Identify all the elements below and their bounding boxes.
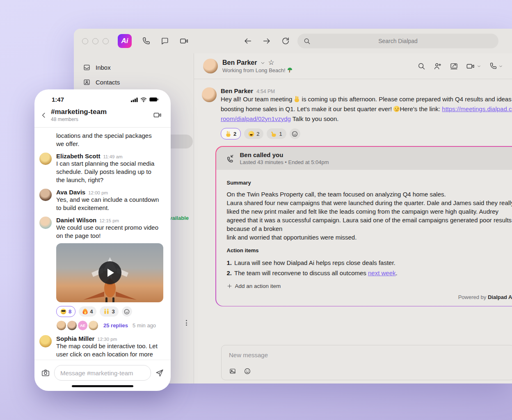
add-person-icon[interactable] bbox=[433, 62, 442, 71]
message-text-line: user click on each location for more bbox=[56, 350, 158, 358]
meeting-link[interactable]: https://meetings.dialpad.com/ bbox=[442, 105, 512, 112]
message-text-line: the launch, right? bbox=[56, 176, 154, 184]
dialpad-ai-logo: Ai bbox=[118, 34, 132, 48]
phone-status-bar: 1:47 bbox=[34, 89, 171, 105]
call-card-header[interactable]: Ben called you Lasted 43 minutes • Ended… bbox=[216, 147, 512, 170]
reaction-row: 8 4 3 bbox=[56, 306, 163, 317]
user-status-text: Working from Long Beach! bbox=[222, 67, 286, 73]
window-controls[interactable] bbox=[82, 38, 109, 44]
replies-time: 5 min ago bbox=[133, 322, 156, 329]
camera-icon[interactable] bbox=[41, 368, 50, 377]
inbox-icon bbox=[83, 64, 91, 71]
call-card-title: Ben called you bbox=[240, 151, 329, 158]
reaction-count: 8 bbox=[69, 308, 71, 315]
emoji-picker-icon[interactable] bbox=[244, 368, 251, 375]
reaction-count: 2 bbox=[233, 131, 236, 137]
reaction-laughing-face[interactable]: 2 bbox=[244, 128, 263, 139]
meetings-tab-icon[interactable] bbox=[179, 37, 189, 46]
global-search-bar[interactable]: Search Dialpad bbox=[297, 34, 498, 48]
search-placeholder: Search Dialpad bbox=[297, 38, 498, 44]
meeting-link[interactable]: room/dialpad/02yn1vzydg bbox=[221, 115, 291, 122]
message-elizabeth-scott: Elizabeth Scott11:49 am I can start plan… bbox=[39, 153, 163, 184]
message-input[interactable] bbox=[54, 365, 151, 381]
attach-image-icon[interactable] bbox=[229, 368, 236, 375]
message-text-line: Hey all! Our team meeting is coming up t… bbox=[221, 94, 512, 104]
message-author: Ben Parker bbox=[221, 87, 253, 94]
message-ava-davis: Ava Davis12:00 pm Yes, and we can includ… bbox=[39, 189, 163, 212]
forward-button[interactable] bbox=[262, 37, 271, 46]
back-chevron-icon[interactable] bbox=[40, 112, 48, 119]
message-text-line: details. bbox=[56, 358, 158, 360]
thread-replies-row[interactable]: AE 25 replies 5 min ago bbox=[56, 320, 163, 331]
reaction-count: 4 bbox=[90, 308, 93, 315]
reaction-fire[interactable]: 4 bbox=[79, 306, 96, 317]
promo-video-thumbnail[interactable] bbox=[56, 243, 163, 302]
back-button[interactable] bbox=[243, 37, 252, 46]
message-text-line: We could use our recent promo video bbox=[56, 224, 163, 232]
maximize-window-button[interactable] bbox=[103, 38, 109, 44]
reaction-count: 1 bbox=[279, 131, 282, 137]
message-text-line: on the page too! bbox=[56, 232, 163, 240]
channel-members-count[interactable]: 48 members bbox=[51, 116, 107, 122]
refresh-button[interactable] bbox=[281, 37, 290, 46]
new-message-composer[interactable]: New message bbox=[221, 345, 512, 380]
summary-label: Summary bbox=[227, 180, 512, 186]
avatar[interactable] bbox=[39, 153, 52, 165]
avatar[interactable] bbox=[202, 87, 217, 102]
plus-icon bbox=[227, 283, 232, 289]
calls-tab-icon[interactable] bbox=[142, 37, 151, 46]
smiling-face-emoji bbox=[393, 106, 400, 112]
avatar[interactable] bbox=[39, 335, 52, 347]
message-ben-parker: Ben Parker 4:54 PM Hey all! Our team mee… bbox=[202, 87, 512, 139]
chevron-down-icon[interactable] bbox=[260, 60, 265, 66]
summary-line: agreed that it was a successful campaign… bbox=[227, 216, 512, 224]
status-time: 1:47 bbox=[52, 96, 64, 103]
reply-avatar bbox=[56, 320, 66, 331]
reaction-cool-face[interactable]: 8 bbox=[56, 306, 75, 317]
reaction-raised-hands[interactable]: 3 bbox=[100, 306, 118, 317]
continued-message-text: locations and the special packages we of… bbox=[56, 132, 163, 148]
conversation-kebab-menu[interactable] bbox=[186, 320, 187, 326]
chat-title[interactable]: Ben Parker bbox=[222, 59, 257, 66]
sidebar-item-contacts[interactable]: Contacts bbox=[74, 75, 194, 89]
message-text-line: room/dialpad/02yn1vzydg Talk to you soon… bbox=[221, 114, 512, 124]
phone-icon bbox=[489, 62, 497, 70]
add-reaction-button[interactable] bbox=[122, 306, 132, 317]
share-screen-icon[interactable] bbox=[450, 62, 458, 71]
channel-video-call-icon[interactable] bbox=[153, 111, 162, 119]
reaction-thumbs-up[interactable]: 1 bbox=[267, 128, 286, 139]
add-action-item-button[interactable]: Add an action item bbox=[227, 283, 512, 289]
replies-count-link[interactable]: 25 replies bbox=[103, 322, 128, 329]
reaction-count: 3 bbox=[112, 308, 114, 315]
chat-main: Ben Parker ☆ Working from Long Beach! bbox=[194, 53, 512, 383]
reply-avatar bbox=[88, 320, 98, 331]
call-summary-card: Ben called you Lasted 43 minutes • Ended… bbox=[215, 146, 512, 306]
avatar[interactable] bbox=[39, 189, 52, 201]
close-window-button[interactable] bbox=[82, 38, 88, 44]
avatar[interactable] bbox=[39, 217, 52, 229]
send-icon[interactable] bbox=[155, 368, 164, 377]
favorite-star-icon[interactable]: ☆ bbox=[268, 58, 274, 67]
home-indicator[interactable] bbox=[72, 385, 133, 387]
play-button[interactable] bbox=[98, 261, 121, 284]
message-text-line: to build excitement. bbox=[56, 204, 159, 212]
search-in-conversation-icon[interactable] bbox=[417, 62, 425, 70]
messages-tab-icon[interactable] bbox=[160, 37, 169, 46]
message-timestamp: 12:15 pm bbox=[99, 218, 119, 223]
fire-emoji bbox=[83, 309, 88, 315]
start-call-button[interactable] bbox=[489, 62, 503, 70]
raised-hands-emoji bbox=[104, 309, 110, 315]
start-video-call-button[interactable] bbox=[466, 62, 481, 71]
video-camera-icon bbox=[466, 62, 475, 71]
reaction-row: 2 2 1 bbox=[221, 128, 512, 139]
minimize-window-button[interactable] bbox=[92, 38, 98, 44]
message-daniel-wilson: Daniel Wilson12:15 pm We could use our r… bbox=[39, 217, 163, 331]
victory-hand-emoji bbox=[294, 96, 300, 102]
sidebar-item-inbox[interactable]: Inbox bbox=[74, 60, 194, 75]
ben-parker-avatar[interactable] bbox=[203, 59, 218, 73]
add-reaction-button[interactable] bbox=[290, 128, 300, 139]
message-timestamp: 11:49 am bbox=[103, 154, 123, 159]
next-week-link[interactable]: next week bbox=[368, 269, 396, 276]
channel-name[interactable]: #marketing-team bbox=[51, 108, 107, 116]
reaction-victory-hand[interactable]: 2 bbox=[221, 128, 241, 139]
